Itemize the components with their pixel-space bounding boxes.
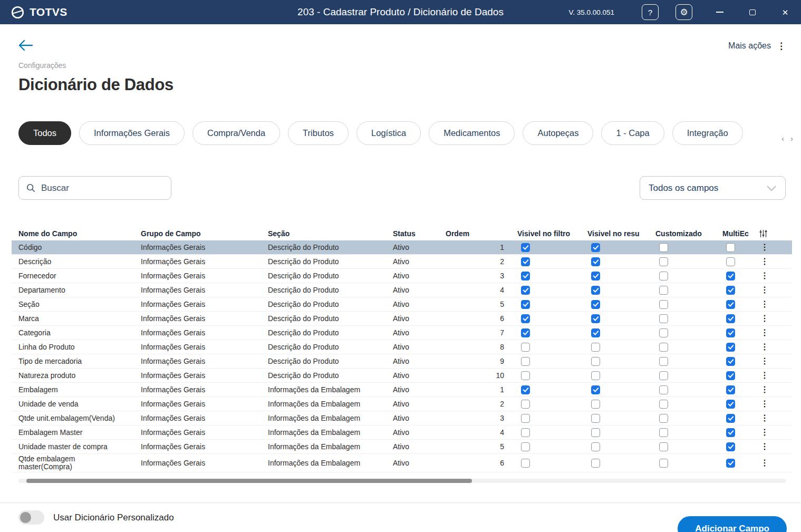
scrollbar-thumb[interactable] [26, 479, 472, 483]
multiec-checkbox[interactable] [726, 272, 735, 280]
tab-compra-venda[interactable]: Compra/Venda [192, 121, 280, 145]
visivel-resultado-checkbox[interactable] [591, 459, 600, 468]
customizado-checkbox[interactable] [659, 300, 668, 309]
visivel-resultado-checkbox[interactable] [591, 400, 600, 409]
customizado-checkbox[interactable] [659, 414, 668, 423]
customizado-checkbox[interactable] [659, 459, 668, 468]
search-input[interactable] [41, 183, 163, 194]
visivel-filtro-checkbox[interactable] [521, 400, 530, 409]
tab-informa-es-gerais[interactable]: Informações Gerais [79, 121, 185, 145]
row-actions-button[interactable]: ⋮ [760, 257, 792, 266]
visivel-filtro-checkbox[interactable] [521, 343, 530, 352]
col-header-secao[interactable]: Seção [261, 229, 386, 238]
row-actions-button[interactable]: ⋮ [760, 343, 792, 351]
row-actions-button[interactable]: ⋮ [760, 385, 792, 394]
visivel-filtro-checkbox[interactable] [521, 385, 530, 394]
col-header-multiec[interactable]: MultiEc [716, 229, 752, 238]
visivel-resultado-checkbox[interactable] [591, 442, 600, 451]
table-row[interactable]: Unidade de vendaInformações GeraisInform… [12, 397, 792, 411]
visivel-resultado-checkbox[interactable] [591, 428, 600, 437]
table-row[interactable]: Qtde embalagem master(Compra)Informações… [12, 454, 792, 472]
row-actions-button[interactable]: ⋮ [760, 371, 792, 380]
row-actions-button[interactable]: ⋮ [760, 286, 792, 294]
more-actions-button[interactable]: Mais ações ⋮ [728, 41, 786, 52]
multiec-checkbox[interactable] [726, 257, 735, 266]
multiec-checkbox[interactable] [726, 243, 735, 252]
visivel-resultado-checkbox[interactable] [591, 300, 600, 309]
visivel-filtro-checkbox[interactable] [521, 257, 530, 266]
multiec-checkbox[interactable] [726, 328, 735, 337]
customizado-checkbox[interactable] [659, 343, 668, 352]
row-actions-button[interactable]: ⋮ [760, 442, 792, 451]
row-actions-button[interactable]: ⋮ [760, 414, 792, 422]
customizado-checkbox[interactable] [659, 385, 668, 394]
row-actions-button[interactable]: ⋮ [760, 314, 792, 323]
table-row[interactable]: EmbalagemInformações GeraisInformações d… [12, 383, 792, 397]
visivel-filtro-checkbox[interactable] [521, 428, 530, 437]
visivel-resultado-checkbox[interactable] [591, 328, 600, 337]
col-header-customizado[interactable]: Customizado [649, 229, 716, 238]
customizado-checkbox[interactable] [659, 314, 668, 323]
customizado-checkbox[interactable] [659, 357, 668, 366]
tab-integra-o[interactable]: Integração [672, 121, 743, 145]
table-row[interactable]: CategoriaInformações GeraisDescrição do … [12, 326, 792, 340]
visivel-filtro-checkbox[interactable] [521, 357, 530, 366]
table-row[interactable]: Linha do ProdutoInformações GeraisDescri… [12, 340, 792, 354]
help-button[interactable]: ? [642, 4, 659, 20]
visivel-filtro-checkbox[interactable] [521, 459, 530, 468]
close-button[interactable]: ✕ [780, 7, 790, 17]
table-row[interactable]: Tipo de mercadoriaInformações GeraisDesc… [12, 354, 792, 369]
col-header-nome[interactable]: Nome do Campo [12, 229, 134, 238]
minimize-button[interactable] [715, 7, 725, 17]
visivel-resultado-checkbox[interactable] [591, 343, 600, 352]
tab-todos[interactable]: Todos [18, 121, 71, 145]
multiec-checkbox[interactable] [726, 371, 735, 380]
visivel-resultado-checkbox[interactable] [591, 371, 600, 380]
tab-medicamentos[interactable]: Medicamentos [429, 121, 515, 145]
col-header-actions[interactable] [752, 229, 792, 238]
visivel-resultado-checkbox[interactable] [591, 272, 600, 280]
visivel-resultado-checkbox[interactable] [591, 385, 600, 394]
visivel-filtro-checkbox[interactable] [521, 272, 530, 280]
row-actions-button[interactable]: ⋮ [760, 400, 792, 408]
visivel-resultado-checkbox[interactable] [591, 314, 600, 323]
table-row[interactable]: CódigoInformações GeraisDescrição do Pro… [12, 240, 792, 255]
visivel-resultado-checkbox[interactable] [591, 257, 600, 266]
multiec-checkbox[interactable] [726, 414, 735, 423]
table-row[interactable]: DescriçãoInformações GeraisDescrição do … [12, 255, 792, 269]
customizado-checkbox[interactable] [659, 328, 668, 337]
visivel-filtro-checkbox[interactable] [521, 371, 530, 380]
customizado-checkbox[interactable] [659, 286, 668, 295]
back-button[interactable] [18, 40, 33, 53]
table-row[interactable]: SeçãoInformações GeraisDescrição do Prod… [12, 297, 792, 312]
customizado-checkbox[interactable] [659, 272, 668, 280]
breadcrumb[interactable]: Configurações [18, 61, 66, 70]
multiec-checkbox[interactable] [726, 459, 735, 468]
visivel-filtro-checkbox[interactable] [521, 286, 530, 295]
add-field-button[interactable]: Adicionar Campo [678, 516, 787, 532]
multiec-checkbox[interactable] [726, 286, 735, 295]
multiec-checkbox[interactable] [726, 343, 735, 352]
multiec-checkbox[interactable] [726, 428, 735, 437]
visivel-filtro-checkbox[interactable] [521, 314, 530, 323]
maximize-button[interactable] [747, 7, 758, 17]
table-row[interactable]: Qtde unit.embalagem(Venda)Informações Ge… [12, 411, 792, 425]
col-header-visivel-resultado[interactable]: Visivel no resu [581, 229, 649, 238]
visivel-resultado-checkbox[interactable] [591, 414, 600, 423]
fields-filter-select[interactable]: Todos os campos [640, 176, 786, 200]
customizado-checkbox[interactable] [659, 371, 668, 380]
multiec-checkbox[interactable] [726, 385, 735, 394]
visivel-resultado-checkbox[interactable] [591, 243, 600, 252]
custom-dictionary-toggle[interactable] [18, 510, 44, 525]
tab-log-stica[interactable]: Logística [356, 121, 421, 145]
multiec-checkbox[interactable] [726, 314, 735, 323]
table-row[interactable]: MarcaInformações GeraisDescrição do Prod… [12, 312, 792, 326]
customizado-checkbox[interactable] [659, 428, 668, 437]
row-actions-button[interactable]: ⋮ [760, 459, 792, 467]
tab-autope-as[interactable]: Autopeças [523, 121, 593, 145]
col-header-visivel-filtro[interactable]: Visivel no filtro [510, 229, 581, 238]
visivel-filtro-checkbox[interactable] [521, 442, 530, 451]
table-row[interactable]: DepartamentoInformações GeraisDescrição … [12, 283, 792, 297]
row-actions-button[interactable]: ⋮ [760, 272, 792, 280]
visivel-resultado-checkbox[interactable] [591, 357, 600, 366]
